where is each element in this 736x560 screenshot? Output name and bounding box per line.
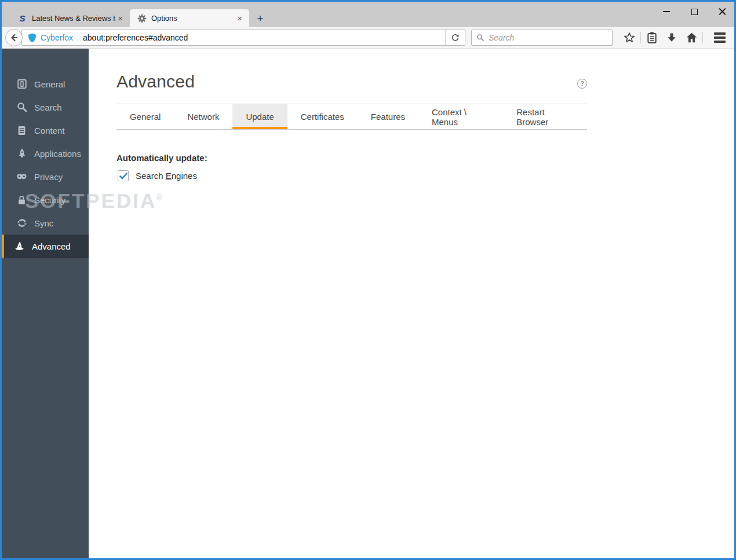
sidebar-item-content[interactable]: Content bbox=[2, 119, 89, 142]
browser-tab-options[interactable]: Options × bbox=[130, 9, 249, 27]
toolbar-buttons bbox=[620, 29, 730, 46]
sidebar-item-privacy[interactable]: Privacy bbox=[2, 165, 89, 188]
checkbox-label[interactable]: Search Engines bbox=[136, 171, 197, 181]
tab-title: Options bbox=[151, 14, 235, 23]
search-bar[interactable]: Search bbox=[471, 30, 613, 46]
home-icon bbox=[686, 32, 698, 43]
identity-label: Cyberfox bbox=[41, 33, 73, 42]
maximize-icon bbox=[691, 9, 698, 15]
sidebar-item-applications[interactable]: Applications bbox=[2, 142, 89, 165]
main-panel: Advanced ? General Network Update Certif… bbox=[89, 49, 734, 558]
softpedia-favicon-icon: S bbox=[17, 13, 27, 23]
rocket-icon bbox=[16, 148, 27, 159]
urlbar-separator bbox=[78, 32, 78, 43]
url-bar[interactable]: Cyberfox about:preferences#advanced bbox=[21, 30, 465, 46]
maximize-button[interactable] bbox=[686, 5, 703, 19]
star-icon bbox=[623, 31, 636, 44]
clipboard-icon bbox=[646, 31, 658, 44]
sidebar-label: Advanced bbox=[32, 241, 71, 251]
help-button[interactable]: ? bbox=[577, 79, 587, 89]
tab-title: Latest News & Reviews by... bbox=[32, 14, 115, 23]
subtab-update[interactable]: Update bbox=[232, 104, 287, 129]
reload-icon bbox=[451, 34, 460, 42]
sidebar-label: General bbox=[34, 79, 65, 89]
sidebar-item-search[interactable]: Search bbox=[2, 96, 89, 119]
new-tab-button[interactable]: + bbox=[250, 9, 270, 27]
subtab-context-menus[interactable]: Context \ Menus bbox=[418, 104, 503, 129]
document-icon bbox=[16, 125, 27, 136]
bookmark-star-button[interactable] bbox=[620, 29, 639, 46]
tab-close-icon[interactable]: × bbox=[235, 13, 245, 23]
close-icon bbox=[719, 8, 726, 16]
sync-icon bbox=[16, 218, 27, 229]
menu-button[interactable] bbox=[710, 29, 730, 46]
magnifier-icon bbox=[16, 102, 27, 113]
sidebar-label: Security bbox=[34, 195, 65, 205]
back-arrow-icon bbox=[9, 33, 19, 42]
mask-icon bbox=[16, 171, 27, 182]
minimize-icon bbox=[663, 11, 670, 12]
sidebar-label: Search bbox=[34, 103, 62, 112]
checkmark-icon bbox=[119, 173, 127, 180]
search-icon bbox=[476, 34, 484, 42]
download-arrow-icon bbox=[666, 32, 677, 43]
sidebar-item-security[interactable]: Security bbox=[2, 188, 89, 211]
bookmarks-menu-button[interactable] bbox=[642, 29, 662, 46]
downloads-button[interactable] bbox=[662, 29, 682, 46]
subtab-features[interactable]: Features bbox=[358, 104, 418, 129]
back-button[interactable] bbox=[5, 29, 23, 46]
switch-icon bbox=[16, 79, 27, 90]
main-header: Advanced ? bbox=[116, 72, 587, 91]
sidebar-label: Applications bbox=[34, 149, 81, 159]
sidebar-label: Content bbox=[34, 126, 65, 136]
sidebar-item-general[interactable]: General bbox=[2, 72, 89, 96]
subtab-network[interactable]: Network bbox=[174, 104, 232, 129]
shield-icon bbox=[28, 33, 37, 43]
close-button[interactable] bbox=[713, 5, 731, 19]
advanced-subtabs: General Network Update Certificates Feat… bbox=[116, 104, 587, 130]
toolbar-separator bbox=[702, 32, 703, 43]
browser-tab-softpedia[interactable]: S Latest News & Reviews by... × bbox=[10, 9, 130, 27]
wizard-hat-icon bbox=[14, 241, 25, 252]
subtab-general[interactable]: General bbox=[116, 104, 174, 129]
reload-button[interactable] bbox=[445, 30, 465, 45]
url-text[interactable]: about:preferences#advanced bbox=[83, 33, 445, 42]
tab-close-icon[interactable]: × bbox=[115, 13, 125, 23]
subtab-certificates[interactable]: Certificates bbox=[287, 104, 358, 129]
window-controls bbox=[658, 4, 731, 19]
sidebar-label: Sync bbox=[34, 218, 53, 228]
hamburger-icon bbox=[714, 32, 726, 43]
search-engines-checkbox[interactable] bbox=[118, 170, 129, 181]
page-title: Advanced bbox=[116, 72, 195, 91]
search-engines-row: Search Engines bbox=[118, 170, 587, 181]
preferences-sidebar: General Search Content bbox=[2, 49, 89, 558]
section-heading: Automatically update: bbox=[116, 153, 587, 163]
update-section: Automatically update: Search Engines bbox=[116, 153, 587, 181]
subtab-restart-browser[interactable]: Restart Browser bbox=[503, 104, 587, 129]
titlebar: S Latest News & Reviews by... × Options … bbox=[2, 2, 734, 27]
gear-icon bbox=[137, 13, 147, 23]
search-placeholder: Search bbox=[489, 33, 514, 42]
content-area: SOFTPEDIA® General Search bbox=[2, 49, 734, 558]
toolbar-separator bbox=[640, 32, 641, 43]
sidebar-item-sync[interactable]: Sync bbox=[2, 211, 89, 235]
navigation-toolbar: Cyberfox about:preferences#advanced Sear… bbox=[2, 27, 734, 49]
lock-icon bbox=[16, 195, 27, 206]
sidebar-label: Privacy bbox=[34, 172, 63, 182]
sidebar-item-advanced[interactable]: Advanced bbox=[2, 235, 89, 258]
minimize-button[interactable] bbox=[658, 5, 675, 19]
home-button[interactable] bbox=[682, 29, 701, 46]
